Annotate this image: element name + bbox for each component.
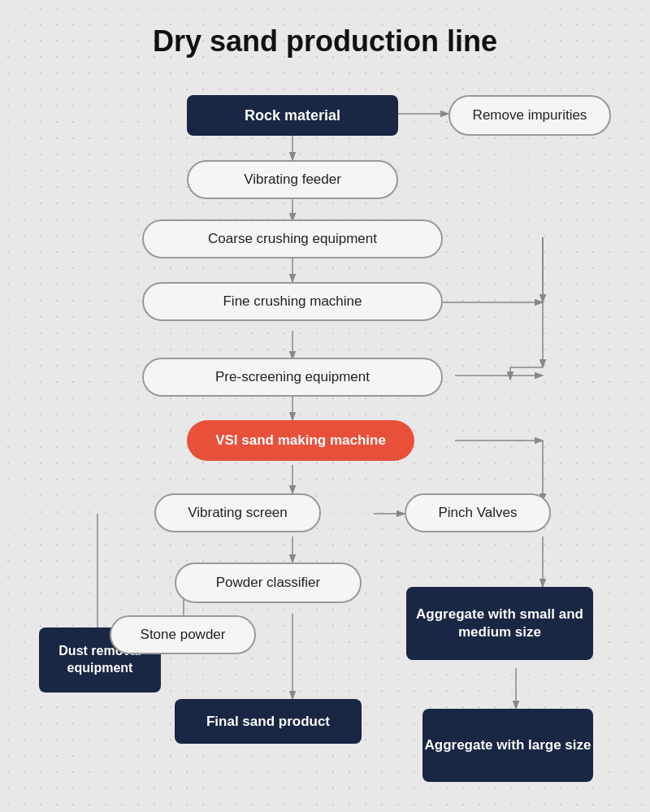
node-fine-crushing: Fine crushing machine [142, 282, 443, 321]
node-stone-powder: Stone powder [110, 615, 256, 654]
node-rock-material: Rock material [187, 95, 398, 136]
diagram-container: Rock material Remove impurities Vibratin… [24, 83, 626, 790]
node-pre-screening: Pre-screening equipment [142, 358, 443, 397]
node-vsi-sand: VSI sand making machine [187, 420, 414, 461]
node-vibrating-screen: Vibrating screen [154, 493, 321, 532]
node-aggregate-medium: Aggregate with small and medium size [406, 587, 593, 660]
node-vibrating-feeder: Vibrating feeder [187, 160, 398, 199]
node-remove-impurities: Remove impurities [448, 95, 611, 136]
page-title: Dry sand production line [153, 24, 497, 59]
node-pinch-valves: Pinch Valves [405, 493, 551, 532]
node-final-sand: Final sand product [175, 699, 362, 744]
node-coarse-crushing: Coarse crushing equipment [142, 219, 443, 258]
node-aggregate-large: Aggregate with large size [422, 709, 593, 782]
node-powder-classifier: Powder classifier [175, 562, 362, 603]
